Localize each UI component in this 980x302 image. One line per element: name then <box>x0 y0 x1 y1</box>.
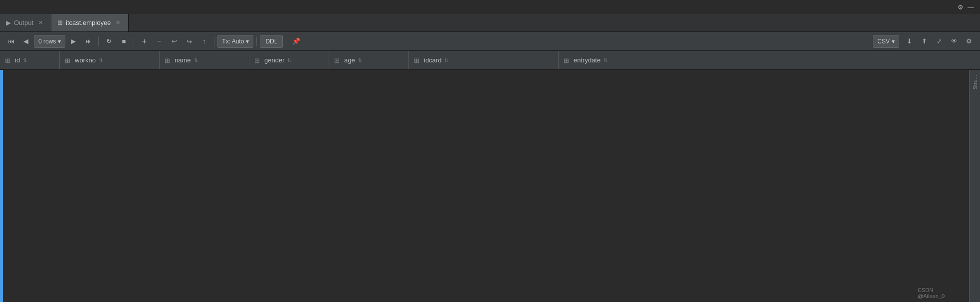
status-label: CSDN @Aileen_0 <box>915 286 948 300</box>
toolbar-settings-button[interactable]: ⚙ <box>962 34 976 48</box>
output-tab-label: Output <box>14 19 33 26</box>
upload2-button[interactable]: ⬆ <box>917 34 931 48</box>
col-header-idcard[interactable]: idcard ⇅ <box>409 51 559 69</box>
title-bar: ⚙ — <box>0 0 980 14</box>
view-button[interactable]: 👁 <box>947 34 961 48</box>
left-indicator <box>0 70 3 302</box>
col-idcard-label: idcard <box>424 56 441 64</box>
col-header-age[interactable]: age ⇅ <box>329 51 409 69</box>
right-panel-label[interactable]: Stru... <box>972 75 978 89</box>
tx-dropdown-icon: ▾ <box>246 38 249 45</box>
tx-label: Tx: Auto <box>222 38 244 45</box>
col-name-sort-icon: ⇅ <box>194 57 198 63</box>
toolbar: ⏮ ◀ 0 rows ▾ ▶ ⏭ ↻ ■ + − ↩ ↩ ↑ Tx: Auto … <box>0 32 980 51</box>
col-header-name[interactable]: name ⇅ <box>160 51 249 69</box>
col-header-id[interactable]: id ⇅ <box>0 51 60 69</box>
last-page-button[interactable]: ⏭ <box>81 34 95 48</box>
col-header-gender[interactable]: gender ⇅ <box>249 51 329 69</box>
expand-button[interactable]: ⤢ <box>932 34 946 48</box>
csv-label: CSV <box>877 38 890 45</box>
col-gender-label: gender <box>264 56 284 64</box>
main-container: ⚙ — ▶ Output ✕ ⊞ itcast.employee ✕ ⏮ ◀ 0… <box>0 0 980 302</box>
col-name-label: name <box>175 56 191 64</box>
col-gender-sort-icon: ⇅ <box>287 57 291 63</box>
csv-dropdown-button[interactable]: CSV ▾ <box>873 35 899 48</box>
add-row-button[interactable]: + <box>137 34 151 48</box>
prev-page-button[interactable]: ◀ <box>19 34 33 48</box>
data-grid[interactable] <box>0 70 980 302</box>
col-workno-sort-icon: ⇅ <box>99 57 103 63</box>
separator-5 <box>286 36 286 46</box>
pin-button[interactable]: 📌 <box>289 34 303 48</box>
col-id-grid-icon <box>5 57 12 64</box>
col-header-workno[interactable]: workno ⇅ <box>60 51 160 69</box>
col-entrydate-sort-icon: ⇅ <box>603 57 607 63</box>
reload-button[interactable]: ↻ <box>102 34 116 48</box>
col-workno-label: workno <box>75 56 96 64</box>
col-name-grid-icon <box>165 57 172 64</box>
ddl-label: DDL <box>265 38 277 45</box>
right-panel: Stru... <box>969 70 980 302</box>
remove-row-button[interactable]: − <box>152 34 166 48</box>
employee-tab-label: itcast.employee <box>66 19 111 26</box>
col-age-label: age <box>344 56 355 64</box>
toolbar-right-group: ⬇ ⬆ ⤢ 👁 ⚙ <box>902 34 976 48</box>
first-page-button[interactable]: ⏮ <box>4 34 18 48</box>
settings-icon[interactable]: ⚙ <box>958 3 964 11</box>
col-id-label: id <box>15 56 20 64</box>
output-tab-icon: ▶ <box>6 19 11 26</box>
col-header-entrydate[interactable]: entrydate ⇅ <box>559 51 668 69</box>
rows-dropdown-button[interactable]: 0 rows ▾ <box>34 35 65 48</box>
employee-tab-close[interactable]: ✕ <box>114 18 122 27</box>
separator-2 <box>134 36 134 46</box>
content-area: Stru... <box>0 70 980 302</box>
revert2-button[interactable]: ↩ <box>182 34 196 48</box>
col-workno-grid-icon <box>65 57 72 64</box>
col-idcard-grid-icon <box>414 57 421 64</box>
separator-1 <box>98 36 99 46</box>
separator-3 <box>214 36 214 46</box>
col-age-grid-icon <box>334 57 341 64</box>
download-button[interactable]: ⬇ <box>902 34 916 48</box>
csv-dropdown-icon: ▾ <box>892 38 895 45</box>
col-age-sort-icon: ⇅ <box>358 57 362 63</box>
tab-output[interactable]: ▶ Output ✕ <box>0 14 51 31</box>
tab-bar: ▶ Output ✕ ⊞ itcast.employee ✕ <box>0 14 980 32</box>
upload-button[interactable]: ↑ <box>197 34 211 48</box>
revert-button[interactable]: ↩ <box>167 34 181 48</box>
col-idcard-sort-icon: ⇅ <box>444 57 448 63</box>
col-gender-grid-icon <box>254 57 261 64</box>
minimize-icon[interactable]: — <box>968 3 974 11</box>
output-tab-close[interactable]: ✕ <box>36 18 45 27</box>
tab-employee[interactable]: ⊞ itcast.employee ✕ <box>51 14 129 31</box>
rows-count-label: 0 rows <box>38 38 56 45</box>
employee-tab-icon: ⊞ <box>57 19 63 26</box>
ddl-button[interactable]: DDL <box>260 35 283 48</box>
col-id-sort-icon: ⇅ <box>23 57 27 63</box>
col-entrydate-grid-icon <box>564 57 571 64</box>
separator-4 <box>256 36 257 46</box>
col-entrydate-label: entrydate <box>574 56 600 64</box>
rows-dropdown-icon: ▾ <box>58 38 61 45</box>
stop-button[interactable]: ■ <box>117 34 131 48</box>
next-page-button[interactable]: ▶ <box>66 34 80 48</box>
tx-dropdown-button[interactable]: Tx: Auto ▾ <box>217 35 253 48</box>
column-headers: id ⇅ workno ⇅ name ⇅ gender ⇅ age ⇅ idca… <box>0 51 980 70</box>
